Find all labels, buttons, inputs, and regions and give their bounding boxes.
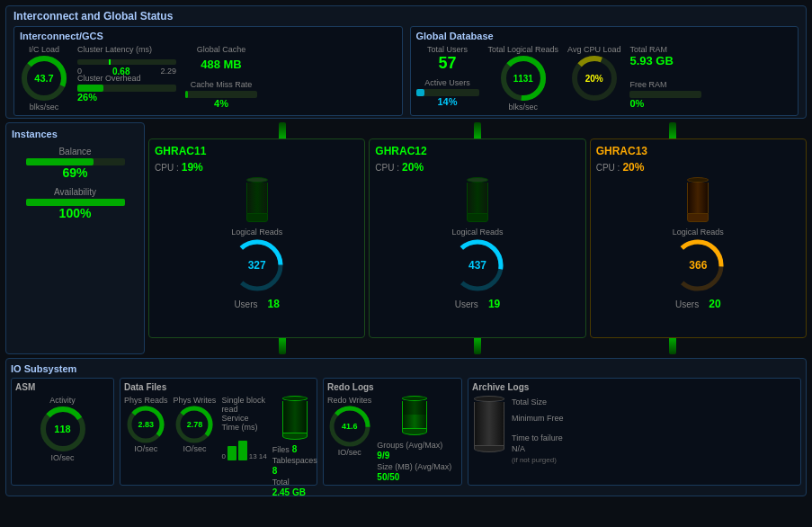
free-ram-value: 0% — [629, 98, 701, 109]
ghrac12-users-value: 19 — [488, 298, 500, 310]
ghrac13-panel: GHRAC13 CPU : 20% Logical Reads — [590, 138, 807, 338]
single-block-label: Single block read — [221, 396, 266, 414]
ghrac11-panel: GHRAC11 CPU : 19% Logical Reads — [148, 138, 365, 338]
active-users-value: 14% — [437, 96, 457, 107]
ghrac13-lr-value: 366 — [689, 259, 707, 272]
asm-section: ASM Activity 118 IO/sec — [11, 378, 114, 486]
bar-val2: 14 — [259, 452, 267, 460]
ram-block: Total RAM 5.93 GB Free RAM 0% — [629, 45, 701, 109]
time-to-failure-value: N/A — [512, 444, 525, 453]
io-title: IO Subsystem — [11, 363, 801, 374]
service-time-label: Service Time (ms) — [221, 414, 266, 432]
latency-value: 0.68 — [112, 67, 129, 76]
global-cache-value: 488 MB — [201, 58, 242, 71]
global-db-title: Global Database — [416, 31, 793, 41]
avg-cpu-label: Avg CPU Load — [567, 45, 620, 54]
redo-writes-label: Redo Writes — [327, 396, 371, 405]
redo-writes-value: 41.6 — [342, 422, 358, 431]
total-label: Total — [272, 478, 290, 487]
logical-reads-label: Total Logical Reads — [488, 45, 559, 54]
total-size-label: Total Size — [512, 397, 547, 406]
phys-writes-unit: IO/sec — [183, 444, 206, 453]
ghrac12-cpu-bar — [464, 177, 491, 222]
groups-label: Groups (Avg/Max) — [377, 441, 442, 450]
free-ram-label: Free RAM — [629, 80, 701, 89]
files-label: Files — [272, 445, 290, 454]
logical-reads-value: 1131 — [513, 74, 533, 84]
main-title: Interconnect and Global Status — [13, 10, 173, 22]
pipe-v2-top — [474, 122, 481, 138]
ghrac13-lr-label: Logical Reads — [673, 228, 724, 237]
data-cylinder — [281, 396, 308, 440]
total-value: 2.45 GB — [272, 487, 306, 497]
availability-label: Availability — [54, 187, 96, 197]
min-free-label: Minimum Free — [512, 414, 564, 423]
ghrac11-users-label: Users — [234, 299, 257, 309]
cache-miss-value: 4% — [214, 98, 228, 109]
phys-writes-value: 2.78 — [187, 420, 203, 429]
ic-load-block: I/C Load 43.7 blks/sec — [20, 45, 68, 112]
ghrac12-lr-value: 437 — [468, 259, 486, 272]
total-ram-value: 5.93 GB — [629, 54, 701, 67]
data-files-section: Data Files Phys Reads 2.83 — [120, 378, 317, 486]
phys-writes-label: Phys Writes — [174, 396, 217, 405]
time-to-failure-label: Time to failure — [512, 433, 563, 442]
asm-activity-label: Activity — [49, 396, 76, 405]
archive-logs-title: Archive Logs — [472, 382, 797, 392]
ghrac12-lr-label: Logical Reads — [451, 228, 503, 237]
redo-writes-unit: IO/sec — [338, 448, 361, 457]
pipe-v3-top — [669, 122, 676, 138]
ghrac11-name: GHRAC11 — [155, 145, 206, 157]
latency-min: 0 — [77, 67, 82, 76]
avg-cpu-value: 20% — [585, 74, 603, 84]
ghrac11-cpu-bar — [244, 177, 271, 222]
pipe-v1-bot — [279, 338, 286, 354]
ic-load-value: 43.7 — [34, 73, 53, 84]
asm-title: ASM — [15, 382, 110, 392]
total-users-value: 57 — [438, 54, 456, 73]
cache-miss-label: Cache Miss Rate — [191, 80, 253, 89]
bar-val1: 13 — [249, 452, 257, 460]
avg-cpu-block: Avg CPU Load 20% — [567, 45, 620, 103]
ghrac13-cpu-label: CPU : — [596, 163, 620, 173]
total-users-block: Total Users 57 Active Users 14% — [416, 45, 479, 107]
global-cache-label: Global Cache — [197, 45, 246, 54]
total-users-label: Total Users — [427, 45, 468, 54]
phys-reads-label: Phys Reads — [124, 396, 168, 405]
ghrac11-lr-value: 327 — [248, 259, 266, 272]
ghrac12-name: GHRAC12 — [375, 145, 426, 157]
pipe-v2-bot — [474, 338, 481, 354]
ghrac12-cpu-value: 20% — [402, 161, 424, 174]
ghrac11-users-value: 18 — [268, 298, 280, 310]
ghrac13-users-label: Users — [675, 299, 699, 309]
ghrac11-cpu-label: CPU : — [155, 163, 179, 173]
global-cache-block: Global Cache 488 MB Cache Miss Rate 4% — [185, 45, 257, 109]
total-ram-label: Total RAM — [629, 45, 701, 54]
ghrac11-cpu-value: 19% — [182, 161, 203, 174]
balance-label: Balance — [58, 147, 91, 156]
ghrac12-users-label: Users — [455, 299, 478, 309]
files-value: 8 — [292, 444, 298, 454]
active-users-label: Active Users — [424, 78, 470, 87]
balance-value: 69% — [62, 165, 87, 180]
redo-logs-section: Redo Logs Redo Writes 41.6 — [323, 378, 462, 486]
cluster-overhead-value: 26% — [77, 92, 176, 103]
archive-cylinder — [472, 396, 506, 452]
service-time-chart: 0 13 14 — [221, 433, 266, 460]
phys-reads-value: 2.83 — [138, 420, 155, 429]
ghrac13-cpu-value: 20% — [622, 161, 644, 174]
latency-max: 2.29 — [160, 67, 176, 76]
pipe-v3-bot — [669, 338, 676, 354]
phys-reads-unit: IO/sec — [134, 444, 157, 453]
asm-activity-unit: IO/sec — [50, 453, 74, 462]
ghrac12-panel: GHRAC12 CPU : 20% Logical Reads — [369, 138, 585, 338]
archive-logs-section: Archive Logs Total Size Minimum Free — [468, 378, 801, 486]
tablespaces-label: Tablespaces — [272, 456, 317, 465]
availability-value: 100% — [59, 206, 92, 220]
pipe-v1-top — [279, 122, 286, 138]
size-label: Size (MB) (Avg/Max) — [377, 462, 451, 471]
ghrac12-cpu-label: CPU : — [375, 163, 399, 173]
logical-reads-block: Total Logical Reads 1131 blks/sec — [488, 45, 559, 112]
data-files-title: Data Files — [124, 382, 313, 392]
size-value: 50/50 — [377, 472, 399, 482]
